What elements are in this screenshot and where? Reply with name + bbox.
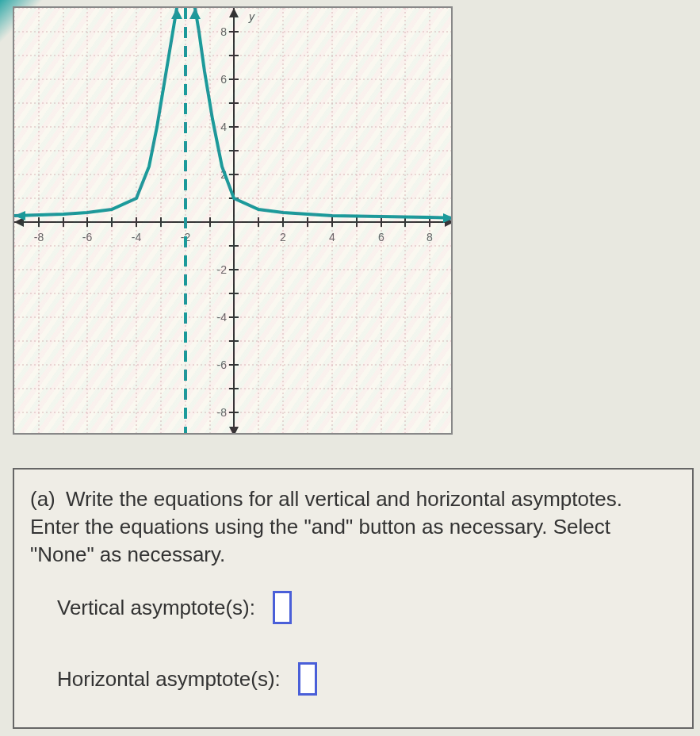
curve-arrow-right-up-icon (189, 8, 201, 19)
question-prompt: (a) Write the equations for all vertical… (30, 485, 676, 569)
xtick-p6: 6 (378, 231, 384, 243)
vertical-asymptote-row: Vertical asymptote(s): (57, 591, 676, 624)
curve-arrow-left-end-icon (14, 211, 25, 220)
ytick-n2: -2 (217, 263, 228, 276)
horizontal-asymptote-label: Horizontal asymptote(s): (57, 665, 281, 693)
xtick-p4: 4 (329, 231, 335, 243)
part-label: (a) (30, 485, 55, 513)
ytick-n4: -4 (217, 311, 228, 324)
ytick-p6: 6 (220, 73, 227, 86)
y-arrow-up-icon (229, 8, 239, 17)
vertical-asymptote-input[interactable] (273, 591, 292, 624)
horizontal-asymptote-row: Horizontal asymptote(s): (57, 662, 676, 696)
question-panel: (a) Write the equations for all vertical… (13, 468, 694, 729)
ytick-p8: 8 (220, 25, 227, 38)
y-arrow-down-icon (229, 427, 239, 435)
prompt-text: Write the equations for all vertical and… (30, 487, 622, 566)
curve-arrow-left-up-icon (171, 8, 182, 19)
ytick-n8: -8 (217, 406, 228, 419)
ytick-p4: 4 (220, 121, 227, 133)
xtick-n6: -6 (82, 231, 93, 243)
xtick-n8: -8 (34, 231, 44, 243)
xtick-n4: -4 (132, 231, 142, 243)
asymptote-graph: -8 -6 -4 -2 2 4 6 8 8 6 4 2 -2 -4 -6 -8 … (13, 6, 453, 435)
ytick-n6: -6 (217, 358, 228, 371)
y-axis-label: y (248, 10, 255, 23)
graph-svg: -8 -6 -4 -2 2 4 6 8 8 6 4 2 -2 -4 -6 -8 … (14, 8, 453, 435)
horizontal-asymptote-input[interactable] (298, 662, 317, 696)
vertical-asymptote-label: Vertical asymptote(s): (57, 594, 255, 622)
xtick-p8: 8 (427, 231, 433, 243)
xtick-p2: 2 (280, 231, 286, 243)
